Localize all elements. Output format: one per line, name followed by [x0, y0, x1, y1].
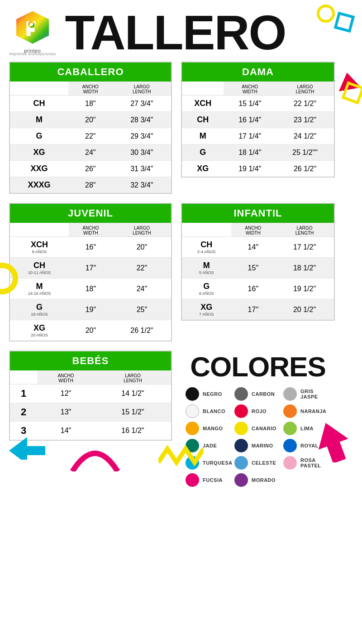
- caballero-col2: LARGO LENGTH: [112, 82, 171, 96]
- ancho-value: 19 1/4": [224, 161, 276, 178]
- color-swatch: [283, 404, 297, 418]
- color-swatch: [186, 473, 199, 487]
- colors-title: COLORES: [181, 351, 335, 383]
- row-juvenil-infantil: JUVENIL ANCHO WIDTH LARGO LENGTH: [9, 203, 353, 341]
- largo-value: 28 3/4": [112, 112, 171, 128]
- largo-value: 17 1/2": [275, 237, 334, 258]
- largo-value: 22": [113, 258, 171, 279]
- color-name: JADE: [203, 443, 217, 448]
- dama-header: DAMA: [181, 62, 334, 82]
- dama-table-wrapper: DAMA ANCHO WIDTH LARGO LENGTH: [181, 62, 335, 194]
- size-label: G6 AÑOS: [181, 279, 231, 299]
- color-name: MARINO: [252, 443, 273, 448]
- table-row: 3 14" 16 1/2": [10, 422, 171, 441]
- row-bebes-colors: BEBÉS ANCHO WIDTH LARGO LENGTH: [9, 351, 353, 487]
- dama-col1: ANCHO WIDTH: [224, 82, 276, 96]
- largo-value: 25": [113, 299, 171, 320]
- ancho-value: 19": [69, 299, 113, 320]
- caballero-table-wrapper: CABALLERO ANCHO WIDTH LARGO LENGTH: [9, 62, 172, 194]
- table-row: G 22" 29 3/4": [10, 128, 171, 144]
- caballero-col1: ANCHO WIDTH: [68, 82, 112, 96]
- infantil-col1: ANCHO WIDTH: [231, 223, 276, 237]
- ancho-value: 20": [69, 320, 113, 341]
- table-row: XG20 AÑOS 20" 26 1/2": [10, 320, 171, 341]
- size-label: XG20 AÑOS: [10, 320, 69, 341]
- colors-grid: NEGRO CARBON GRIS JASPE BLANCO ROJO NARA…: [181, 387, 335, 487]
- ancho-value: 17": [231, 299, 276, 321]
- table-row: G 18 1/4" 25 1/2"": [181, 144, 334, 161]
- bebes-header: BEBÉS: [10, 351, 171, 370]
- ancho-value: 28": [68, 177, 112, 194]
- dama-col2: LARGO LENGTH: [276, 82, 334, 96]
- color-swatch: [234, 439, 248, 452]
- size-label: XCH: [181, 96, 224, 112]
- infantil-table: INFANTIL ANCHO WIDTH LARGO LENGTH: [181, 203, 335, 321]
- header: printeo imprenta multiopciones TALLERO: [0, 0, 362, 62]
- color-swatch: [283, 387, 297, 401]
- largo-value: 27 3/4": [112, 96, 171, 112]
- color-name: ROYAL: [300, 443, 319, 448]
- largo-value: 26 1/2": [113, 320, 171, 341]
- table-row: CH 16 1/4" 23 1/2": [181, 112, 334, 128]
- ancho-value: 18": [68, 96, 112, 112]
- color-swatch: [186, 456, 199, 470]
- largo-value: 14 1/2": [95, 384, 171, 403]
- color-name: ROJO: [252, 409, 267, 414]
- ancho-value: 15 1/4": [224, 96, 276, 112]
- table-row: XG 24" 30 3/4": [10, 144, 171, 161]
- color-swatch: [186, 422, 199, 435]
- color-item: BLANCO: [186, 404, 233, 418]
- table-row: XCH 15 1/4" 22 1/2": [181, 96, 334, 112]
- color-swatch: [283, 422, 297, 435]
- table-row: 1 12" 14 1/2": [10, 384, 171, 403]
- bebes-col2: LARGO LENGTH: [95, 370, 171, 384]
- largo-value: 26 1/2": [276, 161, 334, 178]
- color-item: ROJO: [234, 404, 281, 418]
- color-swatch: [234, 404, 248, 418]
- table-row: CH10-11 AÑOS 17" 22": [10, 258, 171, 279]
- color-item: ROSA PASTEL: [283, 456, 330, 470]
- ancho-value: 12": [37, 384, 95, 403]
- size-label: CH: [181, 112, 224, 128]
- size-label: M14-16 AÑOS: [10, 279, 69, 299]
- juvenil-header: JUVENIL: [10, 203, 171, 223]
- dama-table: DAMA ANCHO WIDTH LARGO LENGTH: [181, 62, 335, 178]
- table-row: CH2-4 AÑOS 14" 17 1/2": [181, 237, 334, 258]
- table-row: XG7 AÑOS 17" 20 1/2": [181, 299, 334, 321]
- color-name: FUCSIA: [203, 477, 223, 483]
- size-label: XG: [181, 161, 224, 178]
- ancho-value: 14": [37, 422, 95, 441]
- largo-value: 29 3/4": [112, 128, 171, 144]
- size-label: 2: [10, 403, 37, 422]
- logo-sub: imprenta multiopciones: [9, 52, 56, 56]
- size-label: G18 AÑOS: [10, 299, 69, 320]
- color-swatch: [234, 456, 248, 470]
- size-label: G: [181, 144, 224, 161]
- table-row: G6 AÑOS 16" 19 1/2": [181, 279, 334, 299]
- tables-section: CABALLERO ANCHO WIDTH LARGO LENGTH: [0, 62, 362, 487]
- largo-value: 31 3/4": [112, 161, 171, 177]
- bebes-table: BEBÉS ANCHO WIDTH LARGO LENGTH: [9, 351, 172, 441]
- infantil-header: INFANTIL: [181, 203, 334, 223]
- color-item: MORADO: [234, 473, 281, 487]
- color-name: MANGO: [203, 426, 223, 431]
- caballero-table: CABALLERO ANCHO WIDTH LARGO LENGTH: [9, 62, 172, 194]
- color-name: MORADO: [252, 477, 276, 483]
- largo-value: 24 1/2": [276, 128, 334, 144]
- row-caballero-dama: CABALLERO ANCHO WIDTH LARGO LENGTH: [9, 62, 353, 194]
- table-row: XXXG 28" 32 3/4": [10, 177, 171, 194]
- size-label: CH2-4 AÑOS: [181, 237, 231, 258]
- largo-value: 30 3/4": [112, 144, 171, 161]
- svg-point-5: [29, 23, 33, 26]
- ancho-value: 13": [37, 403, 95, 422]
- page-title: TALLERO: [65, 8, 286, 57]
- table-row: M 20" 28 3/4": [10, 112, 171, 128]
- page: printeo imprenta multiopciones TALLERO C…: [0, 0, 362, 487]
- size-label: XCH8 AÑOS: [10, 237, 69, 258]
- ancho-value: 20": [68, 112, 112, 128]
- color-item: TURQUESA: [186, 456, 233, 470]
- largo-value: 20": [113, 237, 171, 258]
- ancho-value: 17 1/4": [224, 128, 276, 144]
- color-item: FUCSIA: [186, 473, 233, 487]
- size-label: XG7 AÑOS: [181, 299, 231, 321]
